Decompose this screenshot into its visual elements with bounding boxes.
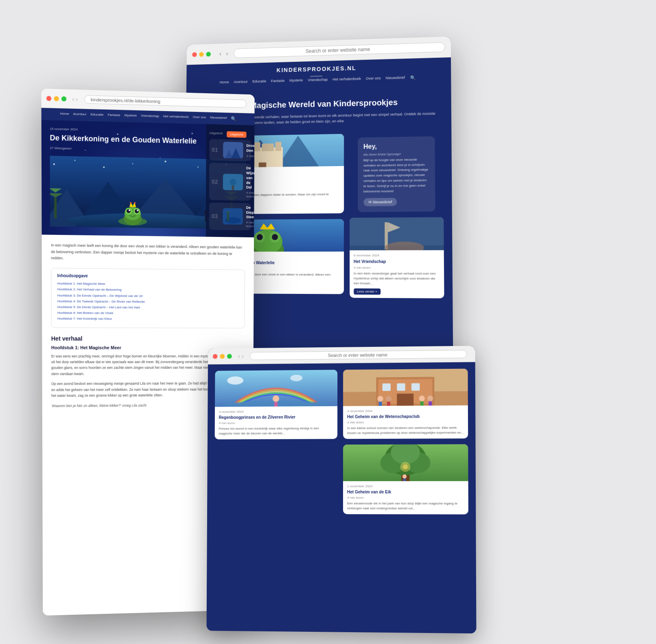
toc-item-1[interactable]: Hoofdstuk 1: Het Magische Meer: [57, 281, 239, 287]
browser-nav-back: ‹ ›: [218, 49, 230, 58]
url-bar-back[interactable]: [234, 42, 445, 58]
card-title-ship: Het Vriendschap: [354, 259, 440, 264]
minimize-btn-bottom[interactable]: [220, 354, 225, 359]
article-intro: In een magisch meer leeft een koning die…: [51, 242, 245, 263]
search-icon-front[interactable]: 🔍: [231, 116, 236, 121]
feat-meta-3: 4 min lezen: [246, 221, 255, 228]
forward-btn-front[interactable]: ›: [76, 96, 78, 103]
url-bar-front[interactable]: kindersprookjes.nl/de-kikkerkoning: [85, 95, 247, 107]
feat-img-2: [223, 173, 243, 190]
card-meta-ship: 4 min lezen: [354, 266, 440, 269]
nav-fantasie-front[interactable]: Fantasie: [107, 113, 120, 118]
card-title-eik: Het Geheim van de Eik: [347, 489, 464, 495]
feat-article-3: 03 De Diepte Steen 4 min lezen: [209, 202, 251, 230]
card-body-wetenschap: 4 november 2024 Het Geheim van de Wetens…: [343, 405, 468, 439]
nav-verhalenboek-front[interactable]: Het verhalenboek: [163, 114, 189, 120]
browser-chrome-bottom: ‹ › Search or enter website name: [208, 346, 475, 364]
close-button[interactable]: [192, 52, 197, 57]
card-date-ship: 8 november 2024: [354, 254, 440, 257]
toc-item-6[interactable]: Hoofdstuk 6: Het Breken van de Vloek: [57, 311, 239, 316]
card-text-ship: In een klein visserdorpje gaat het verha…: [354, 272, 440, 287]
svg-rect-106: [403, 479, 406, 481]
nav-mysterie[interactable]: Mysterie: [289, 78, 303, 83]
card-meta-regenboog: 4 min lezen: [219, 421, 334, 425]
feat-title-1: Droomwereld Den: [246, 144, 254, 154]
minimize-button[interactable]: [199, 52, 204, 57]
card-vriendschap: 8 november 2024 Het Vriendschap 4 min le…: [350, 217, 444, 298]
bottom-content: 4 november 2024 Regenboogprinses en de Z…: [206, 362, 476, 633]
card-body-regenboog: 4 november 2024 Regenboogprinses en de Z…: [215, 406, 338, 440]
toc-item-3[interactable]: Hoofdstuk 3: De Eerste Opdracht – De Wij…: [57, 293, 239, 299]
minimize-button-front[interactable]: [54, 96, 59, 101]
site-logo-back: KINDERSPROOKJES.NL: [277, 65, 356, 73]
read-more-ship[interactable]: Lees verder »: [354, 289, 380, 295]
url-bar-bottom[interactable]: Search or enter website name: [250, 350, 467, 360]
card-meta-eik: 4 min lezen: [347, 496, 464, 499]
maximize-button-front[interactable]: [61, 96, 66, 101]
svg-point-104: [403, 464, 408, 469]
svg-rect-70: [232, 185, 234, 190]
toc-box: Inhoudsopgave Hoofdstuk 1: Het Magische …: [51, 268, 245, 328]
svg-rect-90: [378, 402, 382, 406]
toc-title: Inhoudsopgave: [57, 274, 239, 280]
article-tag: Uitgelicht: [227, 131, 246, 138]
nav-over-ons[interactable]: Over ons: [366, 76, 381, 82]
card-meta-wetenschap: 4 min lezen: [347, 420, 464, 424]
svg-rect-96: [429, 401, 432, 406]
nav-home[interactable]: Home: [219, 80, 229, 85]
nav-over-ons-front[interactable]: Over ons: [193, 115, 206, 121]
back-btn-front[interactable]: ‹: [72, 96, 74, 103]
svg-rect-94: [420, 401, 424, 406]
close-btn-bottom[interactable]: [213, 354, 218, 359]
svg-rect-7: [262, 143, 274, 151]
card-img-kids: [343, 369, 468, 406]
toc-item-7[interactable]: Hoofdstuk 7: Het Koninkrijk van Kleur: [57, 316, 239, 322]
nav-educatie-front[interactable]: Educatie: [91, 112, 104, 118]
card-img-rainbow: [215, 370, 337, 407]
newsletter-subtitle: Als Geen Enkel Sprookje!: [363, 152, 429, 156]
newsletter-box: Hey, Als Geen Enkel Sprookje! Blijf op d…: [358, 136, 435, 212]
svg-rect-87: [397, 383, 405, 391]
card-image-ship: [350, 217, 444, 250]
nav-home-front[interactable]: Home: [60, 112, 69, 117]
svg-point-91: [386, 396, 391, 401]
forward-btn-bottom[interactable]: ›: [242, 353, 244, 359]
newsletter-button[interactable]: ✉ Nieuwsbrief: [363, 198, 397, 206]
nav-links-back: Home Avontuur Educatie Fantasie Mysterie…: [219, 75, 415, 85]
close-button-front[interactable]: [46, 96, 51, 101]
nav-fantasie[interactable]: Fantasie: [271, 79, 285, 84]
traffic-lights-front: [46, 96, 66, 101]
nav-verhalenboek[interactable]: Het verhalenboek: [332, 77, 361, 83]
card-text-regenboog: Prinses Iris woont in een koninkrijk waa…: [219, 426, 333, 436]
back-button[interactable]: ‹: [218, 49, 223, 58]
nav-mysterie-front[interactable]: Mysterie: [125, 113, 137, 119]
nav-nieuwsbrief-front[interactable]: Nieuwsbrief: [210, 116, 227, 121]
svg-point-105: [402, 474, 407, 478]
svg-point-95: [427, 396, 433, 401]
card-text-wetenschap: In een kleine school vormen vier kindere…: [347, 425, 464, 436]
toc-item-4[interactable]: Hoofdstuk 4: De Tweede Opdracht – De Riv…: [57, 299, 239, 304]
traffic-lights-back: [192, 52, 211, 57]
scene: ‹ › KINDERSPROOKJES.NL Home Avontuur Edu…: [43, 21, 613, 623]
nav-avontuur-front[interactable]: Avontuur: [73, 112, 87, 118]
maximize-btn-bottom[interactable]: [227, 354, 232, 359]
nav-educatie[interactable]: Educatie: [252, 79, 266, 84]
card-body-ship: 8 november 2024 Het Vriendschap 4 min le…: [350, 250, 444, 298]
nav-nieuwsbrief[interactable]: Nieuwsbrief: [386, 76, 405, 81]
card-wetenschap: 4 november 2024 Het Geheim van de Wetens…: [343, 369, 468, 439]
toc-item-5[interactable]: Hoofdstuk 5: De Derde Opdracht – Het Lie…: [57, 305, 239, 310]
feat-meta-1: 3 min lezen: [246, 154, 254, 158]
nav-avontuur[interactable]: Avontuur: [234, 80, 248, 85]
nav-vriendschap-front[interactable]: Vriendschap: [141, 114, 159, 120]
toc-item-2[interactable]: Hoofdstuk 2: Het Verhaal van de Betoveri…: [57, 287, 239, 293]
maximize-button[interactable]: [206, 52, 211, 57]
nav-vriendschap[interactable]: Vriendschap: [308, 77, 328, 83]
svg-rect-73: [227, 212, 229, 221]
newsletter-title: Hey,: [363, 142, 429, 151]
feat-num-3: 03: [212, 213, 220, 219]
search-icon[interactable]: 🔍: [410, 75, 415, 81]
back-btn-bottom[interactable]: ‹: [238, 353, 240, 359]
feat-meta-2: 4 min lezen: [246, 191, 254, 198]
bottom-cards-grid: 4 november 2024 Regenboogprinses en de Z…: [214, 369, 468, 515]
forward-button[interactable]: ›: [225, 49, 230, 58]
